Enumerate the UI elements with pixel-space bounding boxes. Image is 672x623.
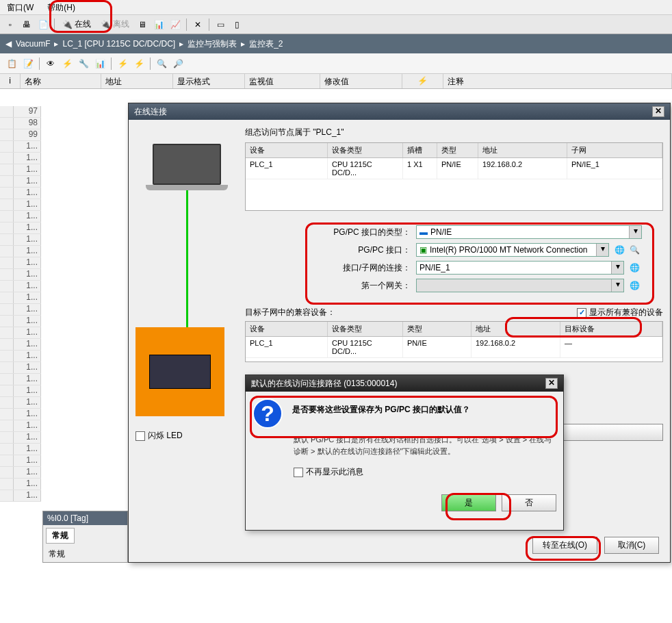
tt-h-type[interactable]: 设备类型 (328, 322, 403, 336)
row-number[interactable]: 1... (0, 153, 41, 164)
tb-icon-6[interactable]: 📈 (168, 17, 183, 32)
tb-icon-4[interactable]: 🖥 (135, 17, 150, 32)
row-number[interactable]: 1... (0, 432, 41, 444)
no-show-checkbox[interactable] (294, 468, 303, 477)
tb-icon-8[interactable]: ▭ (213, 17, 228, 32)
tag-tab-general[interactable]: 常规 (46, 528, 75, 544)
conn-close-button[interactable]: ✕ (652, 106, 664, 117)
dt-h-device[interactable]: 设备 (246, 143, 328, 157)
yes-button[interactable]: 是 (441, 494, 496, 511)
row-number[interactable]: 1... (0, 257, 41, 269)
dt-h-type[interactable]: 设备类型 (328, 143, 403, 157)
wt-6[interactable]: 📊 (92, 56, 107, 71)
th-name[interactable]: 名称 (21, 74, 101, 88)
go-online-dialog-button[interactable]: 转至在线(O) (532, 537, 597, 554)
wt-9[interactable]: 🔍 (154, 56, 169, 71)
dt-h-kind[interactable]: 类型 (437, 143, 478, 157)
row-number[interactable]: 1... (0, 234, 41, 246)
row-number[interactable]: 1... (0, 362, 41, 374)
tb-icon-9[interactable]: ▯ (229, 17, 244, 32)
cancel-dialog-button[interactable]: 取消(C) (604, 537, 659, 554)
wt-8[interactable]: ⚡ (131, 56, 146, 71)
tb-icon-2[interactable]: 🖶 (19, 17, 34, 32)
wt-1[interactable]: 📋 (4, 56, 19, 71)
row-number[interactable]: 1... (0, 269, 41, 281)
row-number[interactable]: 1... (0, 479, 41, 490)
row-number[interactable]: 1... (0, 211, 41, 222)
pgpc-type-select[interactable]: ▬ PN/IE ▾ (416, 225, 642, 239)
bc-2[interactable]: LC_1 [CPU 1215C DC/DC/DC] (62, 39, 175, 49)
row-number[interactable]: 1... (0, 304, 41, 316)
wt-2[interactable]: 📝 (21, 56, 36, 71)
bc-nav-icon[interactable]: ◀ (5, 39, 12, 49)
tb-icon-1[interactable]: ▫ (3, 17, 18, 32)
dt-h-slot[interactable]: 插槽 (403, 143, 437, 157)
row-number[interactable]: 1... (0, 327, 41, 339)
no-button[interactable]: 否 (502, 494, 556, 511)
dt-h-addr[interactable]: 地址 (478, 143, 567, 157)
row-number[interactable]: 1... (0, 316, 41, 327)
tt-h-device[interactable]: 设备 (246, 322, 328, 336)
th-mod[interactable]: 修改值 (320, 74, 402, 88)
row-number[interactable]: 1... (0, 467, 41, 479)
pgpc-if-search-button[interactable]: 🔍 (627, 242, 642, 257)
row-number[interactable]: 1... (0, 351, 41, 362)
subnet-select[interactable]: PN/IE_1 ▾ (416, 261, 624, 275)
row-number[interactable]: 1... (0, 397, 41, 409)
tb-icon-7[interactable]: ✕ (190, 17, 205, 32)
show-all-checkbox[interactable] (577, 308, 586, 318)
th-i[interactable]: i (0, 74, 21, 88)
row-number[interactable]: 1... (0, 374, 41, 385)
config-device-row[interactable]: PLC_1 CPU 1215C DC/D... 1 X1 PN/IE 192.1… (246, 158, 662, 179)
row-number[interactable]: 1... (0, 444, 41, 455)
th-fmt[interactable]: 显示格式 (173, 74, 245, 88)
menu-window[interactable]: 窗口(W (0, 0, 40, 14)
pgpc-if-config-button[interactable]: 🌐 (612, 242, 627, 257)
wt-5[interactable]: 🔧 (76, 56, 91, 71)
bc-4[interactable]: 监控表_2 (249, 38, 283, 50)
bc-1[interactable]: VacuumF (16, 39, 50, 49)
row-number[interactable]: 1... (0, 281, 41, 292)
row-number[interactable]: 99 (0, 129, 41, 141)
menu-help[interactable]: 帮助(H) (40, 0, 82, 14)
tb-icon-3[interactable]: 📄 (36, 17, 51, 32)
wt-7[interactable]: ⚡ (115, 56, 130, 71)
th-flash[interactable]: ⚡ (402, 74, 443, 88)
msg-close-button[interactable]: ✕ (545, 378, 558, 389)
row-number[interactable]: 98 (0, 118, 41, 129)
row-number[interactable]: 1... (0, 455, 41, 467)
row-number[interactable]: 1... (0, 292, 41, 304)
row-number[interactable]: 1... (0, 222, 41, 234)
flash-led-checkbox[interactable] (135, 431, 145, 441)
row-number[interactable]: 1... (0, 420, 41, 432)
target-device-row[interactable]: PLC_1 CPU 1215C DC/D... PN/IE 192.168.0.… (246, 337, 662, 358)
wt-10[interactable]: 🔎 (170, 56, 185, 71)
wt-3[interactable]: 👁 (43, 56, 58, 71)
tag-item-general[interactable]: 常规 (43, 546, 127, 562)
subnet-config-button[interactable]: 🌐 (627, 260, 642, 275)
th-addr[interactable]: 地址 (101, 74, 173, 88)
row-number[interactable]: 1... (0, 176, 41, 188)
tt-h-target[interactable]: 目标设备 (560, 322, 662, 336)
bc-3[interactable]: 监控与强制表 (188, 38, 237, 50)
wt-4[interactable]: ⚡ (60, 56, 75, 71)
tt-h-addr[interactable]: 地址 (471, 322, 560, 336)
row-number[interactable]: 1... (0, 141, 41, 153)
row-number[interactable]: 1... (0, 409, 41, 420)
row-number[interactable]: 1... (0, 385, 41, 397)
gateway-config-button[interactable]: 🌐 (627, 278, 642, 293)
row-number[interactable]: 1... (0, 199, 41, 211)
row-number[interactable]: 1... (0, 339, 41, 351)
tt-h-kind[interactable]: 类型 (403, 322, 471, 336)
tb-icon-5[interactable]: 📊 (151, 17, 166, 32)
th-mon[interactable]: 监视值 (245, 74, 320, 88)
row-number[interactable]: 1... (0, 490, 41, 502)
row-number[interactable]: 1... (0, 164, 41, 176)
dt-h-subnet[interactable]: 子网 (567, 143, 662, 157)
row-number[interactable]: 1... (0, 246, 41, 257)
pgpc-if-select[interactable]: ▣ Intel(R) PRO/1000 MT Network Connectio… (416, 243, 609, 257)
row-number[interactable]: 1... (0, 188, 41, 199)
go-offline-button[interactable]: 🔌 离线 (96, 17, 133, 31)
th-comment[interactable]: 注释 (443, 74, 672, 88)
row-number[interactable]: 97 (0, 106, 41, 118)
